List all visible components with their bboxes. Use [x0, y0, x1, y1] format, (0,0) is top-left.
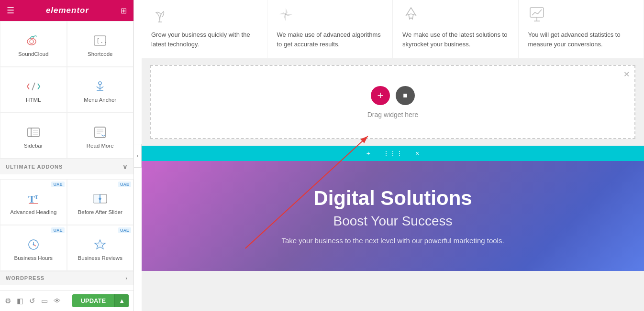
- widgets-grid: SoundCloud [...] Shortcode HTML: [0, 21, 133, 290]
- strip-item-1: Grow your business quickly with the late…: [142, 0, 267, 58]
- svg-point-5: [99, 82, 101, 85]
- wordpress-arrow: ›: [125, 275, 128, 281]
- drag-widget-buttons: + ■: [371, 86, 415, 105]
- ultimate-addons-label: ULTIMATE ADDONS: [6, 164, 63, 170]
- read-more-label: Read More: [87, 143, 114, 149]
- strip-text-1: Grow your business quickly with the late…: [151, 31, 250, 48]
- svg-point-0: [27, 38, 36, 45]
- soundcloud-label: SoundCloud: [18, 51, 48, 57]
- widget-business-reviews[interactable]: UAE Business Reviews: [67, 225, 134, 271]
- svg-marker-29: [97, 241, 103, 247]
- anchor-icon: [93, 79, 107, 94]
- widget-sidebar[interactable]: Sidebar: [0, 113, 67, 159]
- html-icon: [26, 79, 41, 94]
- business-hours-label: Business Hours: [14, 255, 53, 261]
- shortcode-icon: [...]: [92, 33, 108, 48]
- sidebar-footer: ⚙ ◧ ↺ ▭ 👁 UPDATE ▲: [0, 290, 133, 311]
- main-content: Grow your business quickly with the late…: [142, 0, 644, 311]
- settings-icon[interactable]: ⚙: [5, 297, 11, 305]
- hamburger-icon[interactable]: ☰: [7, 5, 14, 16]
- airplane-icon: [402, 6, 509, 26]
- pinwheel-icon: [277, 6, 383, 26]
- soundcloud-icon: [26, 33, 41, 48]
- stop-button[interactable]: ■: [396, 86, 415, 105]
- svg-marker-33: [286, 14, 292, 16]
- sidebar-header: ☰ elementor ⊞: [0, 0, 133, 21]
- menu-anchor-label: Menu Anchor: [84, 97, 116, 103]
- widget-soundcloud[interactable]: SoundCloud: [0, 21, 67, 67]
- strip-item-2: We make use of advanced algorithms to ge…: [267, 0, 393, 58]
- update-button[interactable]: UPDATE: [72, 294, 114, 307]
- toolbar-bar: + ⋮⋮⋮ ×: [142, 146, 644, 161]
- undo-icon[interactable]: ↺: [29, 297, 35, 305]
- before-after-icon: [92, 191, 108, 206]
- svg-marker-32: [286, 8, 288, 14]
- wordpress-section[interactable]: WORDPRESS ›: [0, 271, 133, 290]
- strip-item-3: We make use of the latest solutions to s…: [393, 0, 519, 58]
- widget-menu-anchor[interactable]: Menu Anchor: [67, 67, 134, 113]
- svg-rect-37: [530, 8, 544, 17]
- wordpress-header[interactable]: WORDPRESS ›: [0, 271, 133, 285]
- grid-icon[interactable]: ⊞: [121, 6, 127, 15]
- svg-point-27: [33, 244, 34, 246]
- update-btn-group: UPDATE ▲: [72, 294, 129, 307]
- widget-advanced-heading[interactable]: UAE T T Advanced Heading: [0, 179, 67, 225]
- svg-text:[...]: [...]: [96, 37, 108, 44]
- ultimate-addons-chevron: ∨: [122, 163, 128, 171]
- business-hours-icon: [26, 237, 41, 252]
- add-widget-button[interactable]: +: [371, 86, 390, 105]
- monitor-chart-icon: [528, 6, 634, 26]
- collapse-sidebar-tab[interactable]: ‹: [134, 144, 142, 168]
- before-after-label: Before After Slider: [78, 209, 122, 215]
- business-reviews-label: Business Reviews: [78, 255, 122, 261]
- svg-marker-34: [284, 14, 286, 21]
- advanced-heading-label: Advanced Heading: [10, 209, 56, 215]
- widget-html[interactable]: HTML: [0, 67, 67, 113]
- eye-icon[interactable]: 👁: [54, 297, 61, 305]
- ultimate-addons-section: ULTIMATE ADDONS ∨: [0, 159, 133, 180]
- widget-shortcode[interactable]: [...] Shortcode: [67, 21, 134, 67]
- drag-drop-label: Drag widget here: [367, 111, 419, 118]
- strip-text-3: We make use of the latest solutions to s…: [402, 31, 507, 48]
- widget-before-after[interactable]: UAE Before After Slider: [67, 179, 134, 225]
- drag-area-close-button[interactable]: ✕: [623, 70, 630, 79]
- uae-badge-business-reviews: UAE: [118, 227, 131, 233]
- sidebar: ☰ elementor ⊞ SoundCloud [...]: [0, 0, 134, 311]
- svg-point-36: [285, 13, 287, 15]
- hero-description: Take your business to the next level wit…: [281, 236, 504, 245]
- strip-item-4: You will get advanced statistics to meas…: [519, 0, 644, 58]
- svg-point-1: [30, 40, 33, 43]
- drag-drop-area: ✕ + ■ Drag widget here: [150, 65, 635, 139]
- hero-subtitle: Boost Your Success: [333, 214, 452, 229]
- hero-section: Digital Solutions Boost Your Success Tak…: [142, 161, 644, 271]
- ultimate-addons-header[interactable]: ULTIMATE ADDONS ∨: [0, 159, 133, 174]
- svg-marker-35: [279, 12, 286, 14]
- sidebar-label: Sidebar: [24, 143, 43, 149]
- toolbar-close-button[interactable]: ×: [411, 148, 423, 159]
- business-reviews-icon: [92, 237, 108, 252]
- top-strips: Grow your business quickly with the late…: [142, 0, 644, 58]
- widget-business-hours[interactable]: UAE Business Hours: [0, 225, 67, 271]
- footer-icons: ⚙ ◧ ↺ ▭ 👁: [5, 297, 61, 305]
- widget-read-more[interactable]: Read More: [67, 113, 134, 159]
- html-label: HTML: [26, 97, 41, 103]
- toolbar-grid-button[interactable]: ⋮⋮⋮: [379, 148, 407, 159]
- uae-badge-adv-heading: UAE: [51, 182, 64, 187]
- strip-text-4: You will get advanced statistics to meas…: [528, 31, 621, 48]
- update-arrow-button[interactable]: ▲: [114, 294, 129, 307]
- toolbar-plus-button[interactable]: +: [363, 148, 374, 159]
- sidebar-widget-icon: [26, 125, 41, 140]
- wordpress-label: WORDPRESS: [6, 275, 44, 281]
- svg-line-4: [32, 83, 35, 90]
- layers-icon[interactable]: ◧: [17, 297, 23, 305]
- hero-title: Digital Solutions: [313, 187, 472, 209]
- shortcode-label: Shortcode: [88, 51, 112, 57]
- read-more-icon: [93, 125, 107, 140]
- advanced-heading-icon: T T: [26, 191, 41, 206]
- svg-text:T: T: [35, 194, 38, 200]
- strip-text-2: We make use of advanced algorithms to ge…: [277, 31, 381, 48]
- elementor-logo: elementor: [46, 6, 89, 15]
- plant-icon: [151, 6, 257, 26]
- uae-badge-before-after: UAE: [118, 182, 131, 187]
- desktop-icon[interactable]: ▭: [41, 297, 48, 305]
